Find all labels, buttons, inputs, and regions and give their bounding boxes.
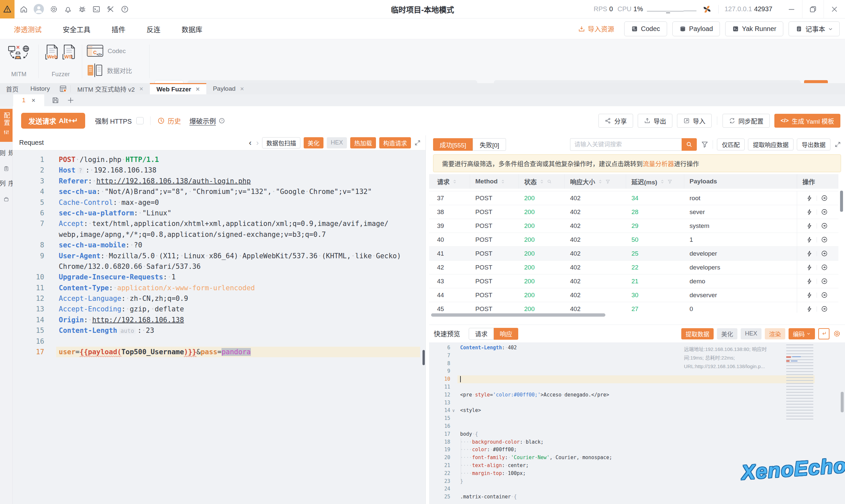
- goto-detail-icon[interactable]: [821, 278, 828, 285]
- goto-detail-icon[interactable]: [821, 292, 828, 299]
- result-row[interactable]: 42POST20040222developers: [429, 260, 839, 274]
- preview-response-tab[interactable]: 响应: [494, 328, 518, 340]
- fullscreen-icon[interactable]: [414, 140, 421, 146]
- side-tab-config[interactable]: 配置: [0, 109, 13, 142]
- result-row[interactable]: 40POST200402501: [429, 233, 839, 247]
- retest-lightning-icon[interactable]: [806, 250, 813, 257]
- import-button[interactable]: 导入: [677, 114, 712, 128]
- sync-config-button[interactable]: 同步配置: [723, 114, 770, 128]
- search-button[interactable]: [682, 138, 697, 151]
- tools-icon[interactable]: [106, 5, 115, 14]
- fail-filter-tab[interactable]: 失败[0]: [473, 138, 506, 151]
- history-clock-icon[interactable]: 历史: [157, 116, 181, 126]
- settings-gear-icon[interactable]: [833, 329, 841, 338]
- col-payloads[interactable]: Payloads: [684, 174, 797, 189]
- retest-lightning-icon[interactable]: [806, 292, 813, 299]
- export-button[interactable]: 导出: [638, 114, 672, 128]
- fuzzer-tab-1[interactable]: 1×: [13, 94, 44, 106]
- close-tab-icon[interactable]: ×: [240, 85, 244, 93]
- send-request-button[interactable]: 发送请求Alt+↵: [21, 113, 85, 129]
- goto-detail-icon[interactable]: [821, 305, 828, 312]
- encode-dropdown[interactable]: 编码: [789, 328, 815, 339]
- bug-icon[interactable]: [78, 5, 87, 14]
- preview-request-tab[interactable]: 请求: [469, 328, 494, 340]
- data-compare-tool[interactable]: 数据对比: [87, 63, 132, 77]
- result-row[interactable]: 41POST20040225developer: [429, 247, 839, 260]
- terminal-icon[interactable]: [92, 5, 101, 14]
- yak-runner-button[interactable]: Yak Runner: [725, 21, 783, 36]
- payload-shortcut-button[interactable]: Payload: [672, 21, 720, 36]
- side-tab-sequence[interactable]: 序列: [0, 177, 13, 205]
- result-row[interactable]: 37POST20040234root: [429, 191, 839, 205]
- tab-mitm[interactable]: MITM 交互式劫持 v2×: [71, 83, 150, 94]
- retest-lightning-icon[interactable]: [806, 209, 813, 215]
- help-icon[interactable]: ?: [121, 5, 129, 14]
- line-break-button[interactable]: [818, 328, 829, 339]
- avatar[interactable]: [34, 4, 44, 14]
- col-size[interactable]: 响应大小: [565, 174, 626, 189]
- history-grid-icon[interactable]: [56, 83, 70, 94]
- mitm-tool-icon[interactable]: [8, 44, 30, 65]
- result-row[interactable]: 39POST20040229system: [429, 219, 839, 233]
- success-filter-tab[interactable]: 成功[555]: [433, 138, 473, 151]
- result-row[interactable]: 45POST200402270: [429, 302, 839, 313]
- codec-tool[interactable]: C </> Codec: [87, 44, 126, 58]
- codec-shortcut-button[interactable]: Codec: [624, 21, 667, 36]
- goto-detail-icon[interactable]: [821, 236, 828, 243]
- retest-lightning-icon[interactable]: [806, 236, 813, 243]
- fullscreen-icon[interactable]: [834, 141, 841, 148]
- col-method[interactable]: Method: [470, 174, 519, 189]
- home-icon[interactable]: [19, 5, 28, 14]
- col-delay[interactable]: 延迟(ms): [626, 174, 684, 189]
- search-input[interactable]: [570, 138, 682, 151]
- menu-plugins[interactable]: 插件: [111, 24, 125, 34]
- search-box[interactable]: [570, 138, 697, 151]
- retest-lightning-icon[interactable]: [806, 278, 813, 285]
- beautify-button[interactable]: 美化: [304, 137, 323, 148]
- minimap[interactable]: [786, 344, 813, 419]
- result-row[interactable]: 43POST20040221demo: [429, 274, 839, 288]
- restore-button[interactable]: [803, 0, 824, 18]
- result-row[interactable]: 44POST20040230devserver: [429, 288, 839, 302]
- hotload-button[interactable]: 热加载: [350, 137, 376, 148]
- retest-lightning-icon[interactable]: [806, 264, 813, 271]
- tab-payload[interactable]: Payload×: [206, 83, 250, 94]
- minimize-button[interactable]: [781, 0, 802, 18]
- export-data-button[interactable]: 导出数据: [797, 139, 830, 150]
- retest-lightning-icon[interactable]: [806, 195, 813, 201]
- goto-detail-icon[interactable]: [821, 195, 828, 201]
- menu-reverse[interactable]: 反连: [146, 24, 160, 34]
- extract-data-button[interactable]: 提取数据: [681, 328, 714, 339]
- hex-button[interactable]: HEX: [741, 328, 761, 339]
- close-tab-icon[interactable]: ×: [139, 85, 143, 93]
- notebook-button[interactable]: 记事本: [789, 21, 840, 36]
- retest-lightning-icon[interactable]: [806, 223, 813, 229]
- menu-security-tools[interactable]: 安全工具: [63, 24, 90, 34]
- import-resource-button[interactable]: 导入资源: [578, 24, 614, 34]
- notifications-bell-icon[interactable]: [64, 5, 72, 14]
- save-icon[interactable]: [52, 96, 59, 104]
- extract-response-button[interactable]: 提取响应数据: [748, 139, 793, 150]
- close-icon[interactable]: ×: [31, 97, 35, 104]
- force-https-checkbox[interactable]: [136, 117, 144, 124]
- app-logo-icon[interactable]: [0, 0, 15, 18]
- horizontal-scrollbar[interactable]: [431, 313, 605, 317]
- history-link[interactable]: 历史: [168, 116, 181, 126]
- next-arrow[interactable]: ›: [256, 138, 259, 147]
- traffic-analyzer-link[interactable]: 流量分析器: [642, 159, 674, 168]
- goto-detail-icon[interactable]: [821, 250, 828, 257]
- beautify-button[interactable]: 美化: [717, 328, 737, 339]
- col-status[interactable]: 状态: [519, 174, 565, 189]
- goto-detail-icon[interactable]: [821, 222, 828, 229]
- generate-yaml-button[interactable]: </>生成 Yaml 模板: [774, 114, 840, 128]
- tab-history[interactable]: History: [24, 83, 56, 94]
- menu-pentest[interactable]: 渗透测试: [14, 24, 41, 34]
- close-tab-icon[interactable]: ×: [196, 86, 200, 93]
- response-scrollbar[interactable]: [841, 392, 844, 412]
- hex-button[interactable]: HEX: [327, 137, 347, 148]
- web-fuzzer-icon[interactable]: Web: [45, 44, 59, 62]
- yak-logo-icon[interactable]: [702, 4, 712, 15]
- side-tab-rules[interactable]: 规则: [0, 146, 13, 175]
- match-only-button[interactable]: 仅匹配: [717, 139, 745, 150]
- packet-scan-button[interactable]: 数据包扫描: [262, 137, 300, 148]
